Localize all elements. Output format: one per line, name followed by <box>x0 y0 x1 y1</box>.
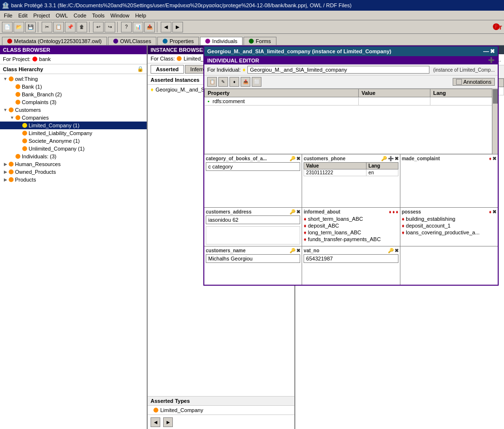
possess-x-icon[interactable]: ✖ <box>492 209 496 214</box>
tree-item-owned-products[interactable]: ▶ Owned_Products <box>0 168 147 176</box>
fe-prop-row-0: ▪ rdfs:comment <box>205 97 498 106</box>
open-btn[interactable]: 📂 <box>14 22 24 32</box>
menu-code[interactable]: Code <box>71 12 89 19</box>
tree-item-limited-liability[interactable]: Limited_Liability_Company <box>0 129 147 137</box>
asserted-type-item-0[interactable]: Limited_Company <box>148 406 294 414</box>
fe-btn-1[interactable]: 📋 <box>207 77 217 87</box>
tab-individuals[interactable]: Individuals <box>200 37 243 45</box>
redo-btn[interactable]: ↪ <box>105 22 115 32</box>
help-btn[interactable]: ? <box>121 22 132 32</box>
category-books-x-icon[interactable]: ✖ <box>296 156 300 161</box>
made-complaint-diamond-icon[interactable]: ♦ <box>489 156 491 161</box>
customers-name-input[interactable] <box>206 254 300 263</box>
made-complaint-x-icon[interactable]: ✖ <box>492 156 496 161</box>
informed-about-icon-1[interactable]: ♦ <box>389 209 391 214</box>
tab-properties[interactable]: Properties <box>157 37 199 45</box>
menu-owl[interactable]: OWL <box>53 12 71 19</box>
customers-address-input[interactable] <box>206 215 300 224</box>
app-icon: 🏦 <box>2 2 9 9</box>
fe-btn-5[interactable]: ⬜ <box>252 77 261 87</box>
tree-item-unlimited-company[interactable]: Unlimited_Company (1) <box>0 145 147 153</box>
panel-title-possess: possess ♦ ✖ <box>402 209 496 214</box>
floating-add-icon[interactable]: ➕ <box>488 57 495 63</box>
expand-products[interactable]: ▶ <box>2 177 9 182</box>
tree-item-bank[interactable]: Bank (1) <box>0 83 147 91</box>
tree-item-products[interactable]: ▶ Products <box>0 176 147 184</box>
menu-project[interactable]: Project <box>31 12 53 19</box>
category-books-input[interactable] <box>206 162 300 171</box>
menu-tools[interactable]: Tools <box>89 12 107 19</box>
minimize-btn[interactable]: — <box>483 48 489 55</box>
fe-btn-4[interactable]: 📥 <box>241 77 250 87</box>
informed-about-diamond-2: ♦ <box>304 230 306 235</box>
informed-about-icon-3[interactable]: ♦ <box>396 209 398 214</box>
tree-item-owlthing[interactable]: ▼ owl:Thing <box>0 75 147 83</box>
menu-window[interactable]: Window <box>107 12 132 19</box>
fe-btn-2[interactable]: ✎ <box>218 77 228 87</box>
close-btn[interactable]: ✖ <box>490 48 495 55</box>
possess-icon-1[interactable]: ♦ <box>489 209 491 214</box>
menu-file[interactable]: File <box>1 12 15 19</box>
tree-item-customers[interactable]: ▼ Customers <box>0 106 147 114</box>
dot-limited-liability <box>22 131 27 136</box>
tab-metadata[interactable]: Metadata (Ontology1225301387.owl) <box>2 37 107 45</box>
dot-owned-products <box>9 169 14 174</box>
expand-companies[interactable]: ▼ <box>9 115 15 120</box>
customers-address-x-icon[interactable]: ✖ <box>296 209 300 214</box>
floating-editor-toolbar: 📋 ✎ ♦ 📥 ⬜ Annotations <box>204 76 498 89</box>
customers-phone-add-icon[interactable]: ➕ <box>388 156 394 161</box>
category-books-key-icon[interactable]: 🔑 <box>290 156 295 161</box>
tree-item-complaints[interactable]: Complaints (3) <box>0 98 147 106</box>
menu-edit[interactable]: Edit <box>15 12 31 19</box>
ib-btn-1[interactable]: ◀ <box>151 417 160 427</box>
undo-btn[interactable]: ↩ <box>93 22 104 32</box>
customers-phone-x-icon[interactable]: ✖ <box>395 156 398 161</box>
customers-name-x-icon[interactable]: ✖ <box>296 248 300 253</box>
vat-no-input[interactable] <box>304 254 398 263</box>
fe-prop-icon-0: ▪ <box>208 98 210 104</box>
copy-btn[interactable]: 📋 <box>53 22 64 32</box>
expand-owned-products[interactable]: ▶ <box>2 169 9 174</box>
tree-item-bank-branch[interactable]: Bank_Branch (2) <box>0 91 147 98</box>
possess-list: ♦ building_establishing ♦ deposit_accoun… <box>402 215 496 236</box>
tab-owlclasses[interactable]: OWLClasses <box>108 37 156 45</box>
annotations-btn[interactable]: Annotations <box>453 78 495 86</box>
tab-forms[interactable]: Forms <box>244 37 276 45</box>
nav-back-btn[interactable]: ◀ <box>161 22 171 32</box>
expand-human-resources[interactable]: ▶ <box>2 162 9 167</box>
tree-item-companies[interactable]: ▼ Companies <box>0 114 147 122</box>
customers-address-key-icon[interactable]: 🔑 <box>290 209 295 214</box>
tree-item-societe-anonyme[interactable]: Societe_Anonyme (1) <box>0 137 147 145</box>
vat-no-key-icon[interactable]: 🔑 <box>388 248 394 253</box>
export-btn[interactable]: 📤 <box>144 22 155 32</box>
save-btn[interactable]: 💾 <box>25 22 36 32</box>
floating-individual-name-input[interactable] <box>247 66 429 74</box>
info-btn[interactable]: 📊 <box>133 22 143 32</box>
tree-item-individuals[interactable]: Individuals: (3) <box>0 153 147 160</box>
fe-btn-3[interactable]: ♦ <box>229 77 239 87</box>
tab-asserted[interactable]: Asserted <box>151 65 184 74</box>
customers-name-key-icon[interactable]: 🔑 <box>290 248 295 253</box>
informed-about-icon-2[interactable]: ♦ <box>392 209 395 214</box>
delete-btn[interactable]: 🗑 <box>76 22 87 32</box>
tree-item-human-resources[interactable]: ▶ Human_Resources <box>0 160 147 168</box>
new-btn[interactable]: 📄 <box>2 22 13 32</box>
customers-phone-key-icon[interactable]: 🔑 <box>381 156 387 161</box>
panel-customers-phone: customers_phone 🔑 ➕ ✖ Value Lang <box>302 154 400 207</box>
cut-btn[interactable]: ✂ <box>42 22 52 32</box>
paste-btn[interactable]: 📌 <box>65 22 76 32</box>
tree-item-limited-company[interactable]: Limited_Company (1) <box>0 122 147 129</box>
possess-diamond-2: ♦ <box>402 230 405 235</box>
nav-fwd-btn[interactable]: ▶ <box>172 22 183 32</box>
menu-help[interactable]: Help <box>132 12 149 19</box>
panel-icons-customers-address: 🔑 ✖ <box>290 209 300 214</box>
informed-about-item-2: ♦ long_term_loans_ABC <box>304 229 398 236</box>
made-complaint-content <box>402 162 496 206</box>
expand-customers[interactable]: ▼ <box>2 107 9 112</box>
class-tree: ▼ owl:Thing Bank (1) <box>0 74 147 429</box>
expand-owlthing[interactable]: ▼ <box>2 77 9 81</box>
floating-table-scrollbar[interactable] <box>492 89 498 154</box>
vat-no-x-icon[interactable]: ✖ <box>395 248 398 253</box>
ib-btn-2[interactable]: ▶ <box>163 417 173 427</box>
fe-empty-row <box>205 106 498 154</box>
